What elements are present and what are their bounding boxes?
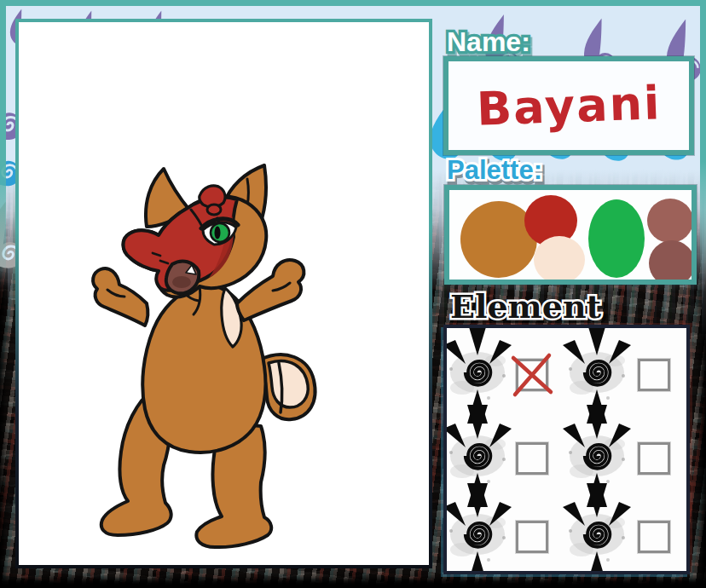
palette-box [444, 185, 697, 285]
element-checkbox-6[interactable] [638, 521, 670, 553]
frame-border-right [700, 0, 706, 294]
palette-swatch [647, 199, 692, 243]
checkbox-x-mark-icon [508, 351, 556, 399]
svg-text:Palette:: Palette: [447, 155, 542, 185]
character-illustration [19, 22, 429, 565]
character-mouth [166, 262, 200, 294]
frame-border-top [0, 0, 706, 6]
drawing-canvas [19, 22, 429, 565]
name-value: Bayani [476, 76, 663, 136]
palette-swatch [649, 240, 692, 280]
name-field[interactable]: Bayani [443, 56, 694, 155]
character-mask-knob [207, 205, 221, 215]
palette-label: Palette: Palette: [440, 152, 645, 187]
element-checkbox-3[interactable] [516, 442, 548, 475]
drawing-canvas-frame [15, 19, 432, 568]
element-symbol-icon [447, 481, 516, 571]
element-checkbox-2[interactable] [638, 359, 670, 391]
element-box [443, 325, 690, 574]
palette-swatch [588, 199, 645, 278]
element-symbol-icon [558, 481, 635, 571]
svg-text:Name:: Name: [447, 26, 530, 57]
element-checkbox-5[interactable] [516, 521, 548, 553]
element-checkbox-4[interactable] [638, 442, 670, 475]
element-label: Element Element [443, 286, 657, 329]
character-application-sheet: Name: Name: Bayani Palette: Palette: Ele… [0, 0, 706, 588]
svg-text:Element: Element [450, 287, 602, 326]
palette-swatch [460, 201, 537, 278]
frame-border-left [0, 0, 6, 294]
element-grid [447, 328, 686, 571]
